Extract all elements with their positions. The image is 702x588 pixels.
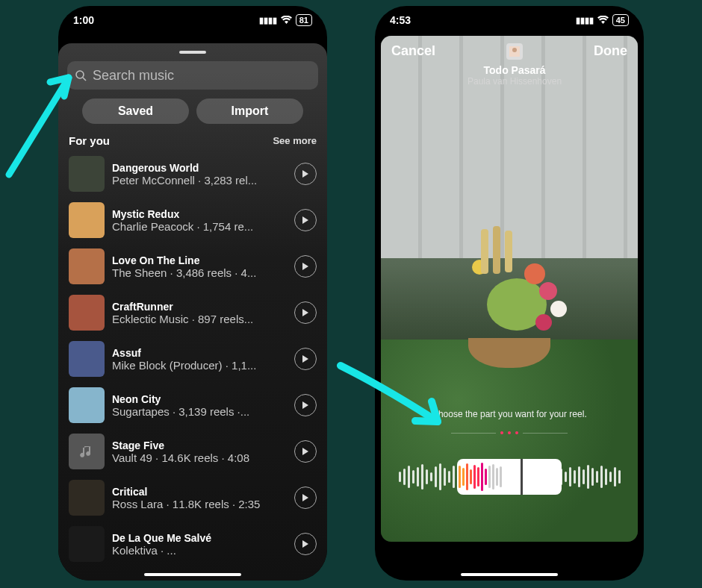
home-indicator[interactable] (144, 573, 241, 576)
annotation-arrow-icon (333, 351, 460, 448)
album-art-icon (69, 248, 105, 284)
cancel-button[interactable]: Cancel (391, 43, 435, 59)
track-subtitle: Mike Block (Producer) · 1,1... (112, 359, 287, 372)
play-button[interactable] (294, 487, 317, 509)
track-title: De La Que Me Salvé (112, 532, 287, 544)
music-sheet: Saved Import For you See more Dangerous … (58, 43, 327, 581)
track-row[interactable]: Dangerous World Peter McConnell · 3,283 … (67, 153, 318, 195)
battery-indicator: 81 (296, 14, 312, 26)
play-button[interactable] (294, 163, 317, 185)
svg-point-3 (512, 48, 517, 52)
waveform-bar (477, 467, 479, 487)
play-button[interactable] (294, 209, 317, 231)
phone-reel-trim: 4:53 ▮▮▮▮ 45 (375, 6, 644, 581)
waveform-bar (481, 463, 483, 491)
waveform-bar (578, 466, 580, 487)
tab-saved[interactable]: Saved (82, 98, 189, 124)
album-art-icon (69, 202, 105, 238)
waveform-bar (439, 463, 441, 490)
done-button[interactable]: Done (594, 43, 627, 59)
play-button[interactable] (294, 348, 317, 370)
waveform-bar (435, 466, 437, 487)
track-title: CraftRunner (112, 301, 287, 313)
waveform-bar (591, 468, 594, 486)
waveform-bar (488, 466, 491, 488)
track-title: Stage Five (112, 440, 287, 451)
signal-icon: ▮▮▮▮ (576, 16, 594, 25)
waveform-bar (462, 468, 465, 486)
play-button[interactable] (294, 301, 317, 324)
waveform-bar (403, 469, 406, 485)
waveform-bar (466, 463, 468, 490)
music-note-icon (79, 444, 94, 459)
album-art-icon (69, 341, 105, 377)
album-art-icon (69, 526, 105, 562)
waveform-bar (574, 470, 576, 484)
track-row[interactable]: Assuf Mike Block (Producer) · 1,1... (67, 338, 318, 380)
track-row[interactable]: CraftRunner Ecklectic Music · 897 reels.… (67, 292, 318, 334)
track-subtitle: Sugartapes · 3,139 reels ·... (112, 405, 287, 418)
play-button[interactable] (294, 255, 317, 278)
see-more-link[interactable]: See more (273, 135, 317, 146)
waveform-bar (426, 469, 428, 484)
waveform-bar (496, 468, 498, 486)
waveform-bar (453, 466, 455, 488)
audio-waveform[interactable] (381, 458, 638, 495)
song-title: Todo Pasará (468, 64, 562, 76)
trim-selection[interactable] (457, 459, 562, 495)
track-row[interactable]: Love On The Line The Sheen · 3,486 reels… (67, 245, 318, 287)
waveform-bar (609, 472, 612, 482)
phone-music-picker: 1:00 ▮▮▮▮ 81 Saved Import For you See mo… (58, 6, 327, 581)
track-subtitle: Ecklectic Music · 897 reels... (112, 313, 287, 325)
waveform-bar (448, 471, 450, 483)
signal-icon: ▮▮▮▮ (259, 16, 277, 25)
track-row[interactable]: Stage Five Vault 49 · 14.6K reels · 4:08 (67, 431, 318, 472)
annotation-arrow-icon (0, 55, 91, 182)
search-field[interactable] (93, 68, 311, 84)
wifi-icon (597, 16, 609, 25)
song-artist: Paula van Hissenhoven (468, 76, 562, 87)
album-art-icon (69, 295, 105, 331)
waveform-bar (614, 467, 616, 487)
track-row[interactable]: De La Que Me Salvé Kolektiva · ... (67, 523, 318, 565)
track-title: Dangerous World (112, 162, 287, 174)
track-row[interactable]: Critical Ross Lara · 11.8K reels · 2:35 (67, 477, 318, 519)
album-art-icon (506, 43, 523, 60)
waveform-bar (587, 465, 589, 489)
song-header: Todo Pasará Paula van Hissenhoven (468, 43, 562, 87)
play-button[interactable] (294, 440, 317, 463)
track-subtitle: Kolektiva · ... (112, 544, 287, 557)
waveform-bar (444, 468, 446, 486)
track-subtitle: Charlie Peacock · 1,754 re... (112, 220, 287, 233)
home-indicator[interactable] (461, 573, 558, 576)
sheet-grabber[interactable] (179, 51, 206, 54)
waveform-bar (473, 465, 476, 489)
track-title: Love On The Line (112, 254, 287, 266)
status-time: 1:00 (73, 14, 94, 26)
track-title: Mystic Redux (112, 208, 287, 220)
tab-import[interactable]: Import (196, 98, 303, 124)
track-subtitle: Peter McConnell · 3,283 rel... (112, 174, 287, 187)
track-title: Assuf (112, 347, 287, 359)
track-row[interactable]: Mystic Redux Charlie Peacock · 1,754 re.… (67, 199, 318, 241)
play-button[interactable] (294, 533, 317, 555)
trim-handle[interactable] (521, 459, 523, 495)
search-input[interactable] (67, 61, 318, 90)
waveform-bar (492, 464, 494, 490)
album-art-icon (69, 387, 105, 423)
waveform-bar (500, 466, 502, 487)
track-row[interactable]: Neon City Sugartapes · 3,139 reels ·... (67, 384, 318, 426)
status-time: 4:53 (390, 14, 411, 26)
track-list[interactable]: Dangerous World Peter McConnell · 3,283 … (67, 153, 318, 565)
status-bar: 1:00 ▮▮▮▮ 81 (58, 6, 327, 34)
waveform-bar (399, 472, 401, 482)
waveform-bar (600, 466, 603, 488)
waveform-bar (605, 469, 607, 485)
track-title: Critical (112, 486, 287, 498)
wifi-icon (281, 16, 292, 25)
waveform-bar (596, 471, 598, 483)
waveform-bar (459, 466, 461, 488)
play-button[interactable] (294, 394, 317, 416)
waveform-bar (618, 470, 621, 484)
album-art-icon (69, 434, 105, 469)
